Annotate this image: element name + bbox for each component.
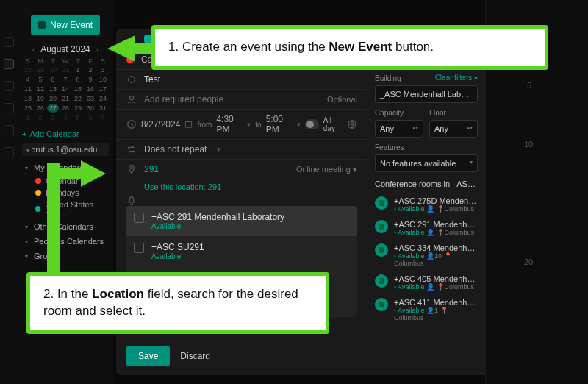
mini-day[interactable]: 3 <box>47 113 59 122</box>
svg-rect-7 <box>379 200 384 206</box>
mini-day[interactable]: 23 <box>85 94 96 103</box>
mini-day[interactable]: 30 <box>47 65 59 74</box>
mini-day[interactable]: 27 <box>47 104 59 113</box>
mini-day[interactable]: 2 <box>85 65 96 74</box>
building-select[interactable]: _ASC Mendenhall Laboratory Room <box>375 85 478 103</box>
month-nav: ‹ August 2024 › <box>22 44 109 54</box>
tree-calendar[interactable]: United States holi… <box>22 199 109 219</box>
mini-day[interactable]: 11 <box>22 85 34 93</box>
files-icon[interactable] <box>4 103 14 113</box>
tree-group[interactable]: ▾Other Calendars <box>22 219 109 234</box>
mini-day[interactable]: 7 <box>97 113 109 122</box>
mini-day[interactable]: 17 <box>97 85 109 93</box>
repeat-label: Does not repeat <box>144 144 207 154</box>
mini-day[interactable]: 25 <box>22 104 34 113</box>
callout-2: 2. In the Location field, search for the… <box>26 272 329 334</box>
optional-button[interactable]: Optional <box>327 95 357 104</box>
plus-icon: + <box>22 129 26 138</box>
mini-day[interactable]: 28 <box>60 104 71 113</box>
mini-day[interactable]: 7 <box>60 75 71 84</box>
day-number: 5 <box>527 81 531 90</box>
mini-day[interactable]: 20 <box>47 94 59 103</box>
date-field[interactable]: 8/27/2024 <box>141 119 180 129</box>
mini-day[interactable]: 18 <box>22 94 34 103</box>
add-calendar-label: Add Calendar <box>29 129 79 138</box>
location-input[interactable] <box>144 164 289 174</box>
mini-day[interactable]: 4 <box>22 75 34 84</box>
floor-select[interactable]: Any ▴▾ <box>429 120 478 138</box>
mini-day[interactable]: 29 <box>72 104 84 113</box>
mail-icon[interactable] <box>4 37 14 47</box>
mini-day[interactable]: 3 <box>97 65 109 74</box>
mini-day[interactable]: 1 <box>22 113 34 122</box>
conference-room[interactable]: +ASC 275D Mendenhall Laborat◦ Available … <box>375 193 478 216</box>
prev-month-button[interactable]: ‹ <box>32 46 35 54</box>
location-suggestion[interactable]: +ASC 291 Mendenhall LaboratoryAvailable <box>126 206 357 236</box>
end-time-field[interactable]: 5:00 PM <box>266 114 293 135</box>
mini-day[interactable]: 9 <box>85 75 96 84</box>
people-input[interactable] <box>144 94 320 104</box>
building-label: Building <box>375 74 401 82</box>
online-meeting-toggle[interactable]: Online meeting ▾ <box>296 165 357 174</box>
account-dropdown[interactable]: ▾ brutus.1@osu.edu <box>22 143 109 156</box>
mini-day[interactable]: 29 <box>35 65 46 74</box>
mini-day[interactable]: 1 <box>72 65 84 74</box>
next-month-button[interactable]: › <box>96 46 98 54</box>
from-label: from <box>197 121 212 129</box>
conference-room[interactable]: +ASC 405 Mendenhall Laborato◦ Available … <box>375 271 478 294</box>
mini-day[interactable]: 22 <box>72 94 84 103</box>
mini-day[interactable]: 19 <box>35 94 46 103</box>
mini-day[interactable]: 4 <box>60 113 71 122</box>
mini-day[interactable]: 5 <box>35 75 46 84</box>
mini-day[interactable]: 14 <box>60 85 71 93</box>
mini-day[interactable]: 8 <box>72 75 84 84</box>
location-hint[interactable]: Use this location: 291 <box>116 179 368 196</box>
location-suggestion[interactable]: +ASC SU291Available <box>126 236 357 266</box>
mini-day[interactable]: 6 <box>47 75 59 84</box>
capacity-select[interactable]: Any ▴▾ <box>375 120 423 138</box>
people-icon[interactable] <box>4 81 14 91</box>
conference-room[interactable]: +ASC 291 Mendenhall Laborato◦ Available … <box>375 216 478 240</box>
mini-day[interactable]: 16 <box>85 85 96 93</box>
discard-button[interactable]: Discard <box>180 351 210 361</box>
features-select[interactable]: No features available ▾ <box>375 154 478 172</box>
tree-group[interactable]: ▾People's Calendars <box>22 234 109 249</box>
new-event-label: New Event <box>50 20 93 30</box>
new-event-button[interactable]: New Event <box>31 15 100 35</box>
mini-day[interactable]: 31 <box>60 65 71 74</box>
clear-filters-button[interactable]: Clear filters ▾ <box>435 74 478 82</box>
mini-day[interactable]: 13 <box>47 85 59 93</box>
mini-day[interactable]: 12 <box>35 85 46 93</box>
timezone-icon[interactable] <box>347 119 357 129</box>
day-number: 20 <box>524 257 533 266</box>
save-button[interactable]: Save <box>126 346 170 366</box>
mini-day[interactable]: 31 <box>97 104 109 113</box>
mini-day[interactable]: 2 <box>35 113 46 122</box>
tree-calendar[interactable]: Birthdays <box>22 187 109 199</box>
mini-day[interactable]: 28 <box>22 65 34 74</box>
all-day-toggle[interactable] <box>305 119 319 129</box>
mini-day[interactable]: 15 <box>72 85 84 93</box>
repeat-row[interactable]: Does not repeat ▾ <box>116 140 368 160</box>
mini-day[interactable]: 10 <box>97 75 109 84</box>
calendar-icon[interactable] <box>4 59 14 69</box>
more-icon[interactable] <box>4 147 14 157</box>
mini-calendar[interactable]: SMTWTFS282930311234567891011121314151617… <box>22 57 109 122</box>
tree-group[interactable]: ▾Groups <box>22 249 109 263</box>
start-time-field[interactable]: 4:30 PM <box>216 114 243 135</box>
conference-room[interactable]: +ASC 411 Mendenhall Lab◦ Available 👤1 📍C… <box>375 294 478 325</box>
mini-day[interactable]: 24 <box>97 94 109 103</box>
todo-icon[interactable] <box>4 125 14 135</box>
mini-day[interactable]: 6 <box>85 113 96 122</box>
location-icon <box>126 164 137 174</box>
mini-day[interactable]: 5 <box>72 113 84 122</box>
conference-room[interactable]: +ASC 334 Mendenhall Laborato◦ Available … <box>375 240 478 271</box>
svg-point-0 <box>129 77 135 83</box>
mini-day[interactable]: 30 <box>85 104 96 113</box>
title-input[interactable] <box>144 74 357 85</box>
account-label: brutus.1@osu.edu <box>31 145 97 154</box>
add-calendar-button[interactable]: + Add Calendar <box>22 129 109 138</box>
reminder-row <box>116 196 368 206</box>
mini-day[interactable]: 26 <box>35 104 46 113</box>
mini-day[interactable]: 21 <box>60 94 71 103</box>
